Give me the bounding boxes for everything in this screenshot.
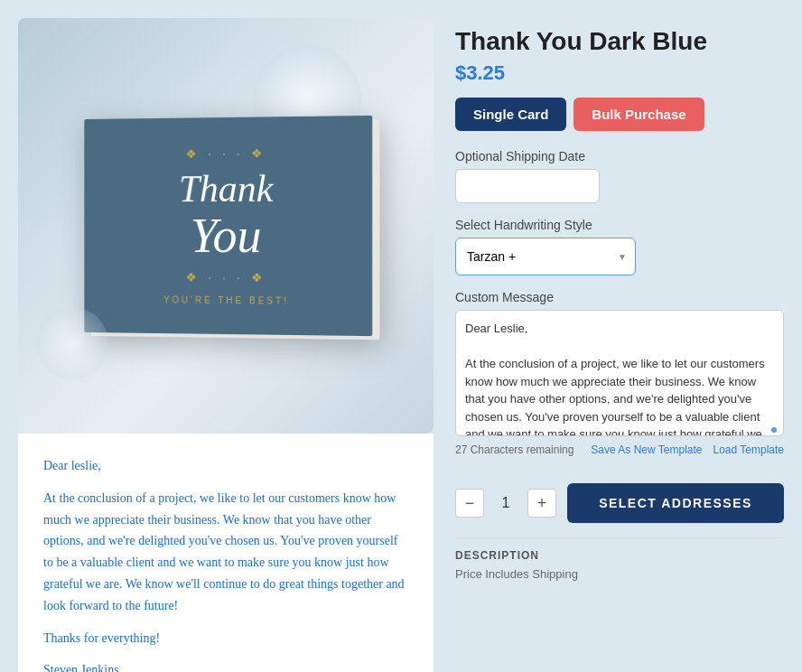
shipping-date-input[interactable] — [455, 169, 600, 203]
custom-message-section: Custom Message Dear Leslie, At the concl… — [455, 290, 784, 469]
chars-remaining: 27 Characters remaining — [455, 443, 574, 456]
template-actions: Save As New Template Load Template — [591, 443, 784, 456]
card-thank-text: Thank — [179, 167, 274, 210]
bulk-purchase-button[interactable]: Bulk Purchase — [574, 98, 704, 131]
preview-line2: At the conclusion of a project, we like … — [43, 488, 408, 617]
purchase-type-buttons: Single Card Bulk Purchase — [455, 98, 784, 131]
preview-line1: Dear leslie, — [43, 455, 408, 477]
handwriting-select-wrapper: Tarzan + — [455, 238, 636, 275]
description-label: DESCRIPTION — [455, 549, 784, 562]
shipping-date-label: Optional Shipping Date — [455, 149, 784, 163]
card-front: ❖ · · · ❖ Thank You ❖ · · · ❖ YOU'RE THE… — [84, 116, 372, 336]
quantity-decrement-button[interactable]: − — [455, 489, 484, 518]
shipping-date-section: Optional Shipping Date — [455, 149, 784, 203]
select-addresses-button[interactable]: SELECT ADDRESSES — [567, 483, 784, 523]
card-thank-you: Thank You — [179, 167, 274, 263]
handwriting-preview: Dear leslie, At the conclusion of a proj… — [18, 434, 434, 672]
preview-line3: Thanks for everything! — [43, 628, 408, 649]
custom-message-textarea[interactable]: Dear Leslie, At the conclusion of a proj… — [455, 310, 784, 436]
handwriting-section: Select Handwriting Style Tarzan + — [455, 218, 784, 275]
product-price: $3.25 — [455, 61, 784, 85]
custom-message-label: Custom Message — [455, 290, 784, 304]
card-ornament-bottom: ❖ · · · ❖ — [186, 270, 266, 285]
card-ornament-top: ❖ · · · ❖ — [186, 145, 266, 161]
textarea-resize-dot — [771, 427, 777, 433]
right-panel: Thank You Dark Blue $3.25 Single Card Bu… — [455, 18, 784, 672]
textarea-wrapper: Dear Leslie, At the conclusion of a proj… — [455, 310, 784, 440]
product-title: Thank You Dark Blue — [455, 27, 784, 56]
card-image-wrapper: ❖ · · · ❖ Thank You ❖ · · · ❖ YOU'RE THE… — [18, 18, 434, 434]
quantity-value: 1 — [495, 495, 517, 511]
preview-line4: Steven Jenkins — [43, 659, 408, 672]
single-card-button[interactable]: Single Card — [455, 98, 566, 131]
main-container: ❖ · · · ❖ Thank You ❖ · · · ❖ YOU'RE THE… — [0, 0, 802, 672]
description-text: Price Includes Shipping — [455, 567, 784, 581]
handwriting-label: Select Handwriting Style — [455, 218, 784, 232]
quantity-increment-button[interactable]: + — [527, 489, 556, 518]
description-section: DESCRIPTION Price Includes Shipping — [455, 537, 784, 581]
left-panel: ❖ · · · ❖ Thank You ❖ · · · ❖ YOU'RE THE… — [18, 18, 434, 672]
greeting-card: ❖ · · · ❖ Thank You ❖ · · · ❖ YOU'RE THE… — [84, 116, 372, 336]
card-you-text: You — [179, 210, 274, 264]
handwriting-select[interactable]: Tarzan + — [455, 238, 636, 275]
save-template-link[interactable]: Save As New Template — [591, 443, 702, 456]
card-subtitle: YOU'RE THE BEST! — [163, 295, 289, 306]
quantity-row: − 1 + SELECT ADDRESSES — [455, 483, 784, 523]
load-template-link[interactable]: Load Template — [713, 443, 784, 456]
message-footer: 27 Characters remaining Save As New Temp… — [455, 443, 784, 456]
